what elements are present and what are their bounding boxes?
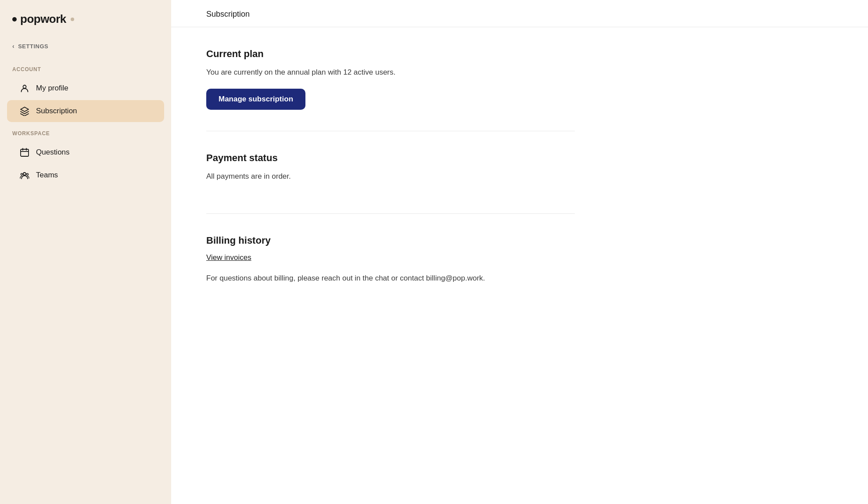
payment-status-title: Payment status [206,152,575,164]
sidebar-item-subscription[interactable]: Subscription [7,100,164,122]
svg-point-0 [23,85,26,88]
current-plan-title: Current plan [206,48,575,60]
svg-point-4 [27,173,29,175]
my-profile-label: My profile [36,84,68,93]
payment-status-section: Payment status All payments are in order… [206,152,575,214]
logo-area: popwork [0,12,171,38]
payment-status-description: All payments are in order. [206,171,575,182]
current-plan-section: Current plan You are currently on the an… [206,48,575,131]
calendar-icon [19,147,30,158]
sidebar-item-my-profile[interactable]: My profile [7,77,164,99]
layers-icon [19,106,30,116]
manage-subscription-button[interactable]: Manage subscription [206,89,305,110]
svg-point-3 [21,173,23,175]
billing-history-title: Billing history [206,235,575,246]
account-section-label: ACCOUNT [0,58,171,77]
content-area: Current plan You are currently on the an… [171,27,610,347]
person-icon [19,83,30,94]
settings-back-button[interactable]: ‹ SETTINGS [0,38,171,58]
view-invoices-link[interactable]: View invoices [206,253,251,262]
page-header: Subscription [171,0,868,27]
page-title: Subscription [206,10,833,19]
settings-label: SETTINGS [18,43,48,50]
teams-label: Teams [36,171,58,180]
main-content: Subscription Current plan You are curren… [171,0,868,504]
sidebar-item-teams[interactable]: Teams [7,164,164,186]
svg-rect-1 [21,149,29,156]
subscription-label: Subscription [36,107,77,115]
logo-dot-icon [12,17,17,22]
workspace-section-label: WORKSPACE [0,122,171,141]
sidebar: popwork ‹ SETTINGS ACCOUNT My profile Su… [0,0,171,504]
svg-point-2 [23,173,26,175]
current-plan-description: You are currently on the annual plan wit… [206,67,575,78]
logo-indicator-icon [71,18,74,21]
app-logo: popwork [20,12,66,26]
back-arrow-icon: ‹ [12,43,14,50]
teams-icon [19,170,30,180]
billing-history-section: Billing history View invoices For questi… [206,235,575,305]
billing-note: For questions about billing, please reac… [206,273,575,284]
questions-label: Questions [36,148,70,157]
sidebar-item-questions[interactable]: Questions [7,141,164,163]
